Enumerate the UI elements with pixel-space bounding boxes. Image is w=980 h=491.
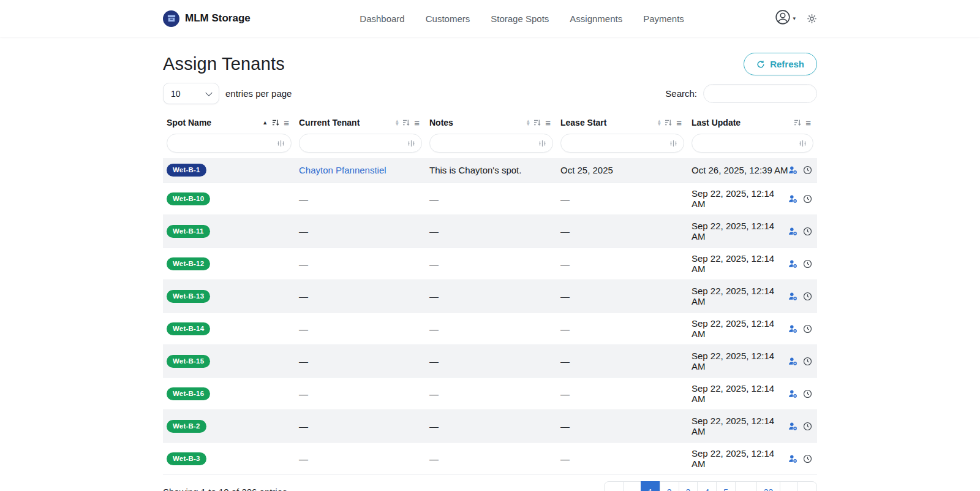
entries-per-page-select[interactable]: 10 (163, 83, 219, 104)
main-content: Assign Tenants Refresh 10 entries per pa… (163, 53, 817, 491)
col-header-last-update[interactable]: Last Update (692, 118, 741, 128)
filter-notes-input[interactable] (429, 134, 553, 153)
filter-last-update-input[interactable] (692, 134, 813, 153)
pagination-page-5[interactable]: 5 (716, 481, 736, 491)
sort-amount-icon[interactable] (402, 119, 410, 126)
assign-tenant-icon[interactable] (788, 227, 797, 236)
tenant-cell: — (299, 291, 308, 302)
sort-amount-icon[interactable] (665, 119, 672, 126)
notes-cell: — (429, 226, 439, 237)
last-update-cell: Sep 22, 2025, 12:14 AM (692, 416, 788, 436)
caret-down-icon: ▾ (793, 15, 796, 21)
assign-tenant-icon[interactable] (788, 454, 797, 463)
spot-badge: Wet-B-1 (167, 164, 206, 177)
tenant-link[interactable]: Chayton Pfannenstiel (299, 165, 386, 175)
sort-toggle-icon[interactable]: ▴▾ (658, 120, 660, 126)
refresh-icon (756, 60, 765, 69)
history-icon[interactable] (803, 194, 812, 204)
history-icon[interactable] (803, 454, 812, 463)
lease-start-cell: — (560, 324, 570, 334)
spot-badge: Wet-B-11 (167, 225, 210, 238)
col-header-lease-start[interactable]: Lease Start (560, 118, 606, 128)
pagination-last[interactable]: » (797, 481, 817, 491)
history-icon[interactable] (803, 357, 812, 366)
user-menu[interactable]: ▾ (775, 9, 796, 28)
navbar-actions: ▾ (775, 9, 817, 28)
column-menu-icon[interactable]: ≡ (414, 118, 420, 128)
pagination-prev[interactable]: ‹ (623, 481, 641, 491)
lease-start-cell: Oct 25, 2025 (560, 165, 613, 175)
pagination-page-1[interactable]: 1 (641, 481, 660, 491)
sort-amount-icon[interactable] (272, 119, 279, 126)
sort-amount-icon[interactable] (533, 119, 541, 126)
history-icon[interactable] (803, 422, 812, 431)
pagination-page-2[interactable]: 2 (660, 481, 679, 491)
last-update-cell: Sep 22, 2025, 12:14 AM (692, 383, 788, 404)
history-icon[interactable] (803, 166, 812, 175)
pagination-page-3[interactable]: 3 (679, 481, 698, 491)
tenant-cell: — (299, 389, 308, 399)
column-menu-icon[interactable]: ≡ (545, 118, 551, 128)
column-menu-icon[interactable]: ≡ (284, 118, 289, 128)
tenant-cell: — (299, 356, 308, 367)
assign-tenant-icon[interactable] (788, 357, 797, 366)
nav-assignments[interactable]: Assignments (570, 13, 622, 24)
assign-tenant-icon[interactable] (788, 324, 797, 333)
nav-dashboard[interactable]: Dashboard (360, 13, 404, 24)
sort-asc-icon[interactable]: ▲ (262, 120, 268, 126)
assign-tenant-icon[interactable] (788, 422, 797, 431)
col-header-current-tenant[interactable]: Current Tenant (299, 118, 360, 128)
assign-tenant-icon[interactable] (788, 166, 797, 175)
pagination-page-33[interactable]: 33 (756, 481, 781, 491)
notes-cell: — (429, 454, 439, 464)
sort-toggle-icon[interactable]: ▴▾ (396, 120, 398, 126)
assign-tenant-icon[interactable] (788, 389, 797, 398)
lease-start-cell: — (560, 259, 570, 269)
last-update-cell: Sep 22, 2025, 12:14 AM (692, 448, 788, 469)
notes-cell: — (429, 259, 439, 269)
entries-summary: Showing 1 to 10 of 326 entries (163, 487, 287, 491)
filter-current-tenant-input[interactable] (299, 134, 422, 153)
pagination-first[interactable]: « (604, 481, 624, 491)
last-update-cell: Sep 22, 2025, 12:14 AM (692, 188, 788, 209)
refresh-button[interactable]: Refresh (744, 53, 817, 75)
assign-tenant-icon[interactable] (788, 292, 797, 301)
tenant-cell: — (299, 454, 308, 464)
sort-amount-icon[interactable] (794, 119, 801, 126)
spot-badge: Wet-B-3 (167, 452, 206, 465)
lease-start-cell: — (560, 454, 570, 464)
table-row: Wet-B-15 — — — Sep 22, 2025, 12:14 AM (163, 345, 817, 378)
main-nav: Dashboard Customers Storage Spots Assign… (269, 13, 775, 24)
col-header-notes[interactable]: Notes (429, 118, 453, 128)
notes-cell: — (429, 356, 439, 367)
history-icon[interactable] (803, 389, 812, 398)
filter-input-icon (407, 139, 415, 147)
sort-toggle-icon[interactable]: ▴▾ (527, 120, 529, 126)
assign-tenant-icon[interactable] (788, 194, 797, 204)
pagination-next[interactable]: › (780, 481, 798, 491)
history-icon[interactable] (803, 292, 812, 301)
notes-cell: — (429, 421, 439, 432)
settings-gear-icon[interactable] (807, 13, 817, 24)
history-icon[interactable] (803, 259, 812, 268)
column-menu-icon[interactable]: ≡ (805, 118, 811, 128)
assignments-table: Spot Name ▲ ≡ Current Tenant ▴▾ ≡ (163, 113, 817, 475)
lease-start-cell: — (560, 226, 570, 237)
nav-customers[interactable]: Customers (426, 13, 470, 24)
spot-badge: Wet-B-12 (167, 257, 210, 270)
nav-storage-spots[interactable]: Storage Spots (491, 13, 549, 24)
history-icon[interactable] (803, 324, 812, 333)
pagination-page-4[interactable]: 4 (697, 481, 717, 491)
assign-tenant-icon[interactable] (788, 259, 797, 268)
spot-badge: Wet-B-2 (167, 420, 206, 433)
filter-spot-name-input[interactable] (167, 134, 292, 153)
filter-lease-start-input[interactable] (560, 134, 684, 153)
column-menu-icon[interactable]: ≡ (676, 118, 682, 128)
search-input[interactable] (703, 84, 817, 103)
brand[interactable]: MLM Storage (163, 10, 251, 27)
avatar-icon (775, 9, 791, 28)
history-icon[interactable] (803, 227, 812, 236)
page-title: Assign Tenants (163, 55, 285, 74)
col-header-spot-name[interactable]: Spot Name (167, 118, 211, 128)
nav-payments[interactable]: Payments (643, 13, 684, 24)
